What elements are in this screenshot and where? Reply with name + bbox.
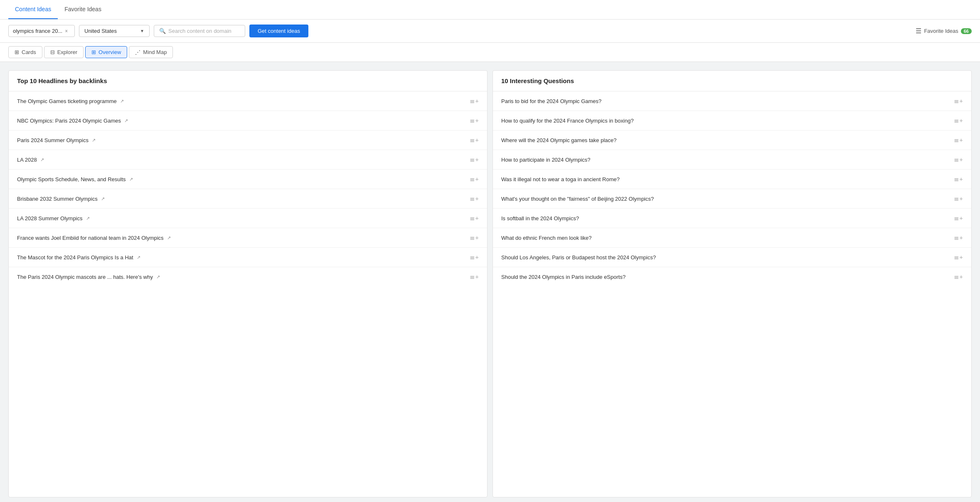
table-row: Olympic Sports Schedule, News, and Resul…: [9, 170, 487, 189]
favorite-ideas-nav[interactable]: ☰ Favorite Ideas 66: [916, 27, 972, 35]
add-to-favorites-icon[interactable]: ≣+: [954, 175, 963, 183]
question-text: Is softball in the 2024 Olympics?: [501, 215, 950, 221]
table-row: Should the 2024 Olympics in Paris includ…: [493, 267, 971, 286]
questions-panel: 10 Interesting Questions Paris to bid fo…: [492, 70, 972, 497]
add-to-favorites-icon[interactable]: ≣+: [954, 253, 963, 261]
external-link-icon[interactable]: ↗: [137, 255, 140, 260]
table-row: Brisbane 2032 Summer Olympics ↗ ≣+: [9, 189, 487, 209]
tab-explorer-label: Explorer: [57, 49, 77, 55]
add-to-favorites-icon[interactable]: ≣+: [954, 214, 963, 222]
external-link-icon[interactable]: ↗: [167, 235, 171, 241]
add-to-favorites-icon[interactable]: ≣+: [470, 117, 479, 124]
add-to-favorites-icon[interactable]: ≣+: [954, 234, 963, 241]
favorite-count-badge: 66: [961, 28, 972, 34]
headline-text: LA 2028 Summer Olympics ↗: [17, 215, 465, 221]
search-tag[interactable]: olympics france 20... ×: [8, 25, 75, 37]
headline-text: Paris 2024 Summer Olympics ↗: [17, 137, 465, 143]
table-row: Should Los Angeles, Paris or Budapest ho…: [493, 248, 971, 267]
domain-search-placeholder: Search content on domain: [168, 28, 231, 34]
add-to-favorites-icon[interactable]: ≣+: [470, 175, 479, 183]
headline-text: The Paris 2024 Olympic mascots are ... h…: [17, 274, 465, 280]
tab-mindmap-label: Mind Map: [143, 49, 167, 55]
table-row: Paris to bid for the 2024 Olympic Games?…: [493, 91, 971, 111]
overview-icon: ⊞: [91, 49, 96, 55]
add-to-favorites-icon[interactable]: ≣+: [470, 234, 479, 241]
external-link-icon[interactable]: ↗: [92, 138, 96, 143]
add-to-favorites-icon[interactable]: ≣+: [470, 214, 479, 222]
main-content: Top 10 Headlines by backlinks The Olympi…: [0, 62, 980, 502]
search-tag-close-icon[interactable]: ×: [65, 28, 68, 34]
question-text: Where will the 2024 Olympic games take p…: [501, 137, 950, 143]
question-text: Was it illegal not to wear a toga in anc…: [501, 176, 950, 182]
table-row: Where will the 2024 Olympic games take p…: [493, 130, 971, 150]
add-to-favorites-icon[interactable]: ≣+: [470, 253, 479, 261]
questions-list: Paris to bid for the 2024 Olympic Games?…: [493, 91, 971, 286]
add-to-favorites-icon[interactable]: ≣+: [954, 117, 963, 124]
headline-text: The Mascot for the 2024 Paris Olympics I…: [17, 254, 465, 261]
table-row: Is softball in the 2024 Olympics? ≣+: [493, 209, 971, 228]
favorite-ideas-label: Favorite Ideas: [924, 28, 958, 34]
table-row: How to participate in 2024 Olympics? ≣+: [493, 150, 971, 170]
headline-text: France wants Joel Embiid for national te…: [17, 235, 465, 241]
top-tabs: Content Ideas Favorite Ideas: [0, 0, 980, 20]
question-text: What do ethnic French men look like?: [501, 235, 950, 241]
tab-overview[interactable]: ⊞ Overview: [85, 46, 127, 58]
question-text: Should Los Angeles, Paris or Budapest ho…: [501, 254, 950, 261]
add-to-favorites-icon[interactable]: ≣+: [954, 136, 963, 144]
search-tag-text: olympics france 20...: [13, 28, 62, 34]
tab-explorer[interactable]: ⊟ Explorer: [44, 46, 84, 58]
add-to-favorites-icon[interactable]: ≣+: [954, 156, 963, 163]
table-row: What do ethnic French men look like? ≣+: [493, 228, 971, 248]
table-row: How to qualify for the 2024 France Olymp…: [493, 111, 971, 130]
tab-cards-label: Cards: [22, 49, 36, 55]
external-link-icon[interactable]: ↗: [40, 157, 44, 162]
headline-text: The Olympic Games ticketing programme ↗: [17, 98, 465, 104]
toolbar: olympics france 20... × United States ▼ …: [0, 20, 980, 43]
table-row: The Paris 2024 Olympic mascots are ... h…: [9, 267, 487, 286]
domain-search-input[interactable]: 🔍 Search content on domain: [154, 25, 245, 37]
table-icon: ⊟: [50, 49, 55, 55]
question-text: Should the 2024 Olympics in Paris includ…: [501, 274, 950, 280]
headline-text: NBC Olympics: Paris 2024 Olympic Games ↗: [17, 118, 465, 124]
add-to-favorites-icon[interactable]: ≣+: [954, 195, 963, 202]
tab-mindmap[interactable]: ⋰ Mind Map: [129, 46, 173, 58]
table-row: LA 2028 ↗ ≣+: [9, 150, 487, 170]
headline-text: LA 2028 ↗: [17, 157, 465, 163]
external-link-icon[interactable]: ↗: [129, 177, 133, 182]
mindmap-icon: ⋰: [135, 49, 140, 55]
tab-cards[interactable]: ⊞ Cards: [8, 46, 42, 58]
headlines-panel: Top 10 Headlines by backlinks The Olympi…: [8, 70, 488, 497]
tab-overview-label: Overview: [98, 49, 121, 55]
question-text: What's your thought on the "fairness" of…: [501, 196, 950, 202]
tab-favorite-ideas[interactable]: Favorite Ideas: [58, 0, 108, 19]
get-ideas-button[interactable]: Get content ideas: [249, 25, 308, 37]
headlines-list: The Olympic Games ticketing programme ↗ …: [9, 91, 487, 286]
table-row: The Mascot for the 2024 Paris Olympics I…: [9, 248, 487, 267]
question-text: How to participate in 2024 Olympics?: [501, 157, 950, 163]
table-row: LA 2028 Summer Olympics ↗ ≣+: [9, 209, 487, 228]
add-to-favorites-icon[interactable]: ≣+: [954, 273, 963, 281]
add-to-favorites-icon[interactable]: ≣+: [954, 97, 963, 105]
add-to-favorites-icon[interactable]: ≣+: [470, 156, 479, 163]
external-link-icon[interactable]: ↗: [156, 274, 160, 280]
table-row: What's your thought on the "fairness" of…: [493, 189, 971, 209]
question-text: Paris to bid for the 2024 Olympic Games?: [501, 98, 950, 104]
external-link-icon[interactable]: ↗: [124, 118, 128, 123]
search-icon: 🔍: [159, 28, 166, 34]
list-icon: ☰: [916, 27, 921, 35]
external-link-icon[interactable]: ↗: [101, 196, 105, 202]
external-link-icon[interactable]: ↗: [86, 216, 90, 221]
country-select[interactable]: United States ▼: [79, 25, 150, 37]
question-text: How to qualify for the 2024 France Olymp…: [501, 118, 950, 124]
tab-content-ideas[interactable]: Content Ideas: [8, 0, 58, 19]
grid-icon: ⊞: [15, 49, 19, 55]
add-to-favorites-icon[interactable]: ≣+: [470, 195, 479, 202]
external-link-icon[interactable]: ↗: [120, 98, 124, 104]
add-to-favorites-icon[interactable]: ≣+: [470, 273, 479, 281]
headline-text: Brisbane 2032 Summer Olympics ↗: [17, 196, 465, 202]
table-row: Paris 2024 Summer Olympics ↗ ≣+: [9, 130, 487, 150]
table-row: NBC Olympics: Paris 2024 Olympic Games ↗…: [9, 111, 487, 130]
add-to-favorites-icon[interactable]: ≣+: [470, 136, 479, 144]
chevron-down-icon: ▼: [140, 29, 144, 33]
add-to-favorites-icon[interactable]: ≣+: [470, 97, 479, 105]
